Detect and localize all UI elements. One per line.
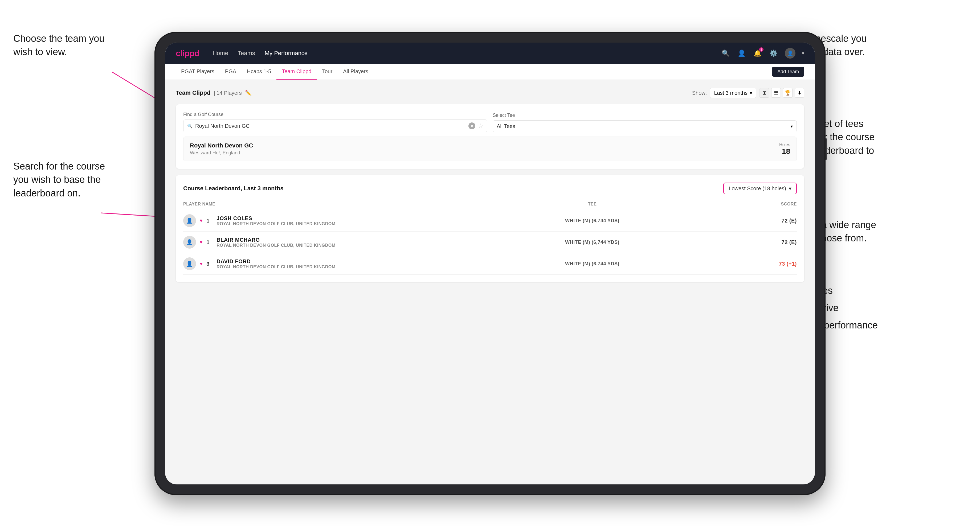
view-icons: ⊞ ☰ 🏆 ⬇ xyxy=(759,88,804,98)
holes-label: Holes xyxy=(779,142,790,147)
player-rank-2: 1 xyxy=(206,239,213,245)
find-course-input[interactable] xyxy=(195,123,466,129)
clear-input-button[interactable]: ✕ xyxy=(468,122,476,129)
nav-logo: clippd xyxy=(176,48,199,58)
leaderboard-title: Course Leaderboard, Last 3 months xyxy=(183,185,284,192)
score-type-value: Lowest Score (18 holes) xyxy=(729,186,786,192)
holes-badge: Holes 18 xyxy=(779,142,790,156)
favorite-icon[interactable]: ☆ xyxy=(478,122,483,129)
course-result-info: Royal North Devon GC Westward Ho!, Engla… xyxy=(190,142,253,156)
player-tee-1: White (M) (6,744 yds) xyxy=(490,218,695,224)
player-avatar-2: 👤 xyxy=(183,236,196,249)
player-rank-3: 3 xyxy=(206,261,213,267)
leaderboard-table: PLAYER NAME TEE SCORE 👤 ♥ 1 Josh xyxy=(183,200,797,275)
player-heart-2[interactable]: ♥ xyxy=(200,240,203,245)
leaderboard-header: Course Leaderboard, Last 3 months Lowest… xyxy=(183,183,797,194)
main-content: Team Clippd | 14 Players ✏️ Show: Last 3… xyxy=(165,80,815,484)
player-info-3: David Ford Royal North Devon Golf Club, … xyxy=(216,259,335,269)
search-icon: 🔍 xyxy=(187,124,192,129)
ipad-frame: clippd Home Teams My Performance 🔍 👤 🔔 1… xyxy=(154,32,826,495)
download-icon[interactable]: ⬇ xyxy=(795,88,804,98)
show-control: Show: Last 3 months ▾ ⊞ ☰ 🏆 ⬇ xyxy=(692,88,804,98)
player-info-1: Josh Coles Royal North Devon Golf Club, … xyxy=(216,215,335,226)
find-course-label: Find a Golf Course xyxy=(183,112,487,117)
table-row: 👤 ♥ 3 David Ford Royal North Devon Golf … xyxy=(183,253,797,275)
course-result-location: Westward Ho!, England xyxy=(190,150,253,156)
player-avatar-3: 👤 xyxy=(183,257,196,270)
team-count: | 14 Players xyxy=(213,90,242,96)
score-type-dropdown[interactable]: Lowest Score (18 holes) ▾ xyxy=(723,183,797,194)
tee-select-dropdown[interactable]: All Tees ▾ xyxy=(493,120,797,132)
app-container: clippd Home Teams My Performance 🔍 👤 🔔 1… xyxy=(165,43,815,484)
nav-link-myperformance[interactable]: My Performance xyxy=(265,50,307,57)
subnav-tour[interactable]: Tour xyxy=(317,64,338,79)
nav-links: Home Teams My Performance xyxy=(213,50,721,57)
player-score-3: 73 (+1) xyxy=(695,261,797,267)
team-header: Team Clippd | 14 Players ✏️ Show: Last 3… xyxy=(176,88,804,98)
subnav-teamclippd[interactable]: Team Clippd xyxy=(277,64,317,79)
user-avatar[interactable]: 👤 xyxy=(785,48,795,59)
player-tee-3: White (M) (6,744 yds) xyxy=(490,261,695,267)
player-name-2: Blair McHarg xyxy=(216,237,335,243)
search-icon[interactable]: 🔍 xyxy=(721,48,730,58)
notification-badge: 1 xyxy=(759,48,764,52)
course-result-name: Royal North Devon GC xyxy=(190,142,253,149)
tee-select-value: All Tees xyxy=(497,123,788,129)
settings-icon[interactable]: ⚙️ xyxy=(769,48,778,58)
player-name-1: Josh Coles xyxy=(216,215,335,221)
player-cell-1: 👤 ♥ 1 Josh Coles Royal North Devon Golf … xyxy=(183,214,490,227)
ipad-screen: clippd Home Teams My Performance 🔍 👤 🔔 1… xyxy=(165,43,815,484)
subnav-pga[interactable]: PGA xyxy=(220,64,242,79)
col-header-score: SCORE xyxy=(695,202,797,206)
find-course-input-wrapper[interactable]: 🔍 ✕ ☆ xyxy=(183,119,487,132)
player-heart-3[interactable]: ♥ xyxy=(200,261,203,267)
subnav-allplayers[interactable]: All Players xyxy=(338,64,373,79)
tee-chevron-icon: ▾ xyxy=(791,124,793,129)
holes-value: 18 xyxy=(779,147,790,156)
player-club-3: Royal North Devon Golf Club, United King… xyxy=(216,265,335,269)
col-header-player: PLAYER NAME xyxy=(183,202,490,206)
nav-icons: 🔍 👤 🔔 1 ⚙️ 👤 ▾ xyxy=(721,48,804,59)
annotation-top-left: Choose the team you wish to view. xyxy=(13,32,115,59)
bell-icon[interactable]: 🔔 1 xyxy=(753,48,762,58)
nav-link-home[interactable]: Home xyxy=(213,50,228,57)
grid-view-icon[interactable]: ⊞ xyxy=(759,88,769,98)
nav-link-teams[interactable]: Teams xyxy=(238,50,255,57)
tee-select-col: Select Tee All Tees ▾ xyxy=(493,113,797,132)
course-finder-card: Find a Golf Course 🔍 ✕ ☆ Select Tee xyxy=(176,104,804,169)
edit-team-icon[interactable]: ✏️ xyxy=(245,90,252,96)
player-tee-2: White (M) (6,744 yds) xyxy=(490,240,695,245)
leaderboard-card: Course Leaderboard, Last 3 months Lowest… xyxy=(176,175,804,282)
find-course-col: Find a Golf Course 🔍 ✕ ☆ xyxy=(183,112,487,132)
player-heart-1[interactable]: ♥ xyxy=(200,218,203,224)
sub-nav: PGAT Players PGA Hcaps 1-5 Team Clippd T… xyxy=(165,64,815,80)
player-rank-1: 1 xyxy=(206,218,213,224)
person-icon[interactable]: 👤 xyxy=(737,48,746,58)
finder-row: Find a Golf Course 🔍 ✕ ☆ Select Tee xyxy=(183,112,797,132)
player-club-2: Royal North Devon Golf Club, United King… xyxy=(216,243,335,248)
tee-select-label: Select Tee xyxy=(493,113,797,118)
subnav-hcaps[interactable]: Hcaps 1-5 xyxy=(242,64,277,79)
col-header-tee: TEE xyxy=(490,202,695,206)
course-result: Royal North Devon GC Westward Ho!, Engla… xyxy=(183,137,797,161)
subnav-pgat[interactable]: PGAT Players xyxy=(176,64,220,79)
list-view-icon[interactable]: ☰ xyxy=(771,88,781,98)
player-info-2: Blair McHarg Royal North Devon Golf Club… xyxy=(216,237,335,248)
add-team-button[interactable]: Add Team xyxy=(772,67,804,77)
player-avatar-1: 👤 xyxy=(183,214,196,227)
team-title: Team Clippd | 14 Players ✏️ xyxy=(176,89,252,96)
ipad-side-button xyxy=(826,138,827,160)
show-value: Last 3 months xyxy=(714,90,748,96)
score-type-chevron-icon: ▾ xyxy=(789,185,791,192)
table-header: PLAYER NAME TEE SCORE xyxy=(183,200,797,209)
show-label: Show: xyxy=(692,90,707,96)
annotation-mid-left: Search for the courseyou wish to base th… xyxy=(13,160,105,200)
player-cell-2: 👤 ♥ 1 Blair McHarg Royal North Devon Gol… xyxy=(183,236,490,249)
trophy-icon[interactable]: 🏆 xyxy=(783,88,792,98)
show-dropdown[interactable]: Last 3 months ▾ xyxy=(710,88,756,98)
player-score-1: 72 (E) xyxy=(695,218,797,224)
avatar-chevron[interactable]: ▾ xyxy=(802,50,804,56)
team-name: Team Clippd xyxy=(176,89,210,96)
player-name-3: David Ford xyxy=(216,259,335,265)
top-nav: clippd Home Teams My Performance 🔍 👤 🔔 1… xyxy=(165,43,815,64)
